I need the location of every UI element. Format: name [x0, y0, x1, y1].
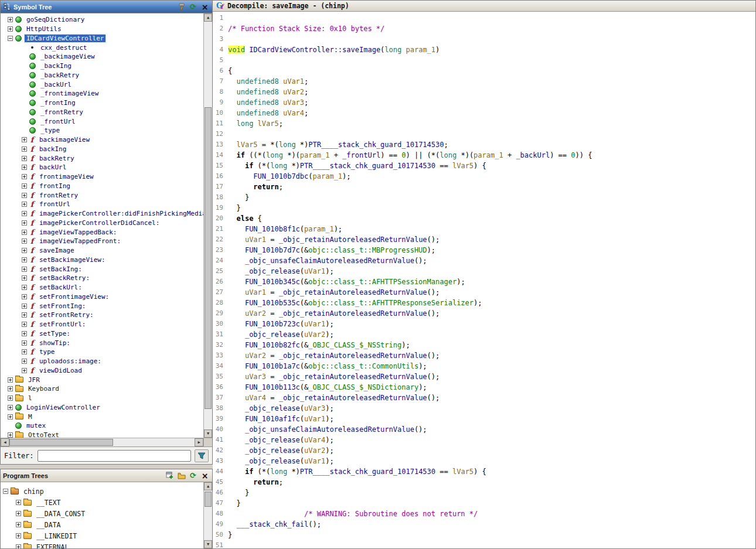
- expand-icon[interactable]: [22, 312, 27, 318]
- code-text[interactable]: ___stack_chk_fail();: [228, 519, 321, 530]
- expand-icon[interactable]: [8, 432, 13, 438]
- code-text[interactable]: _objc_release(uVar2);: [228, 329, 334, 340]
- tree-item-setbacking[interactable]: fsetBackIng:: [1, 264, 203, 274]
- code-text[interactable]: else {: [228, 213, 262, 224]
- collapse-icon[interactable]: [3, 489, 8, 494]
- tree-item-setbackurl[interactable]: fsetBackUrl:: [1, 283, 203, 292]
- tree-item-chinp[interactable]: chinp: [1, 486, 203, 497]
- tree-item-fronturl[interactable]: _frontUrl: [1, 117, 203, 126]
- expand-icon[interactable]: [22, 238, 27, 244]
- expand-icon[interactable]: [8, 386, 13, 391]
- symbol-tree-vscrollbar[interactable]: ▲ ▼: [203, 13, 212, 438]
- scroll-up-icon[interactable]: ▲: [204, 482, 212, 490]
- code-text[interactable]: uVar2 = _objc_retainAutoreleasedReturnVa…: [228, 308, 440, 319]
- code-text[interactable]: _objc_release(uVar4);: [228, 435, 334, 445]
- code-text[interactable]: undefined8 uVar3;: [228, 97, 308, 108]
- close-icon[interactable]: ×: [200, 2, 210, 12]
- tree-item-linkedit[interactable]: __LINKEDIT: [1, 530, 203, 541]
- refresh-icon[interactable]: ⟳: [188, 471, 198, 480]
- code-text[interactable]: uVar1 = _objc_retainAutoreleasedReturnVa…: [228, 287, 440, 298]
- tree-item-backimageview[interactable]: _backimageView: [1, 52, 203, 62]
- code-text[interactable]: lVar5 = *(long *)PTR____stack_chk_guard_…: [228, 139, 448, 150]
- expand-icon[interactable]: [8, 26, 13, 32]
- expand-icon[interactable]: [8, 17, 13, 22]
- symbol-tree-hscrollbar[interactable]: ◀ ▶: [1, 438, 212, 446]
- expand-icon[interactable]: [22, 165, 27, 170]
- expand-icon[interactable]: [22, 183, 27, 189]
- code-text[interactable]: FUN_1010b82fc(&_OBJC_CLASS_$_NSString);: [228, 340, 410, 350]
- code-text[interactable]: FUN_1010b345c(&objc::class_t::AFHTTPSess…: [228, 277, 465, 287]
- tree-item-showtip[interactable]: fshowTip:: [1, 338, 203, 347]
- tree-item-data[interactable]: __DATA: [1, 519, 203, 530]
- tree-item-type[interactable]: ftype: [1, 347, 203, 357]
- expand-icon[interactable]: [22, 294, 27, 299]
- tree-item-frontretry[interactable]: ffrontRetry: [1, 190, 203, 200]
- expand-icon[interactable]: [22, 230, 27, 235]
- scrollbar-thumb[interactable]: [9, 439, 113, 446]
- code-text[interactable]: if (*(long *)PTR____stack_chk_guard_1017…: [228, 161, 486, 171]
- code-text[interactable]: FUN_1010b113c(&_OBJC_CLASS_$_NSDictionar…: [228, 382, 427, 393]
- tree-item-setfrontretry[interactable]: fsetFrontRetry:: [1, 311, 203, 320]
- scrollbar-thumb[interactable]: [205, 492, 212, 507]
- tree-item-backing[interactable]: _backIng: [1, 62, 203, 71]
- tree-item-ottotext[interactable]: OttoText: [1, 431, 203, 438]
- tree-item-setbackretry[interactable]: fsetBackRetry:: [1, 274, 203, 283]
- expand-icon[interactable]: [8, 414, 13, 420]
- scroll-up-icon[interactable]: ▲: [204, 13, 212, 22]
- tree-item-external[interactable]: EXTERNAL: [1, 541, 203, 548]
- program-tree-vscrollbar[interactable]: ▲ ▼: [203, 482, 212, 548]
- close-icon[interactable]: ×: [200, 471, 210, 480]
- code-text[interactable]: }: [228, 192, 249, 203]
- code-text[interactable]: }: [228, 498, 241, 509]
- code-text[interactable]: FUN_1010b723c(uVar1);: [228, 319, 334, 329]
- tree-item-setfronting[interactable]: fsetFrontIng:: [1, 301, 203, 311]
- tree-item-saveimage[interactable]: fsaveImage: [1, 246, 203, 255]
- scroll-down-icon[interactable]: ▼: [204, 540, 212, 548]
- code-text[interactable]: }: [228, 203, 241, 213]
- expand-icon[interactable]: [22, 137, 27, 142]
- tree-item-type[interactable]: _type: [1, 126, 203, 135]
- expand-icon[interactable]: [22, 202, 27, 207]
- expand-icon[interactable]: [8, 405, 13, 410]
- expand-icon[interactable]: [16, 544, 21, 548]
- tree-item-loginviewcontroller[interactable]: LoginViewController: [1, 403, 203, 412]
- expand-icon[interactable]: [16, 533, 21, 538]
- code-text[interactable]: uVar4 = _objc_retainAutoreleasedReturnVa…: [228, 393, 440, 403]
- code-text[interactable]: _objc_release(uVar1);: [228, 266, 334, 277]
- expand-icon[interactable]: [22, 331, 27, 336]
- expand-icon[interactable]: [22, 275, 27, 281]
- code-text[interactable]: if (*(long *)PTR____stack_chk_guard_1017…: [228, 466, 486, 477]
- code-text[interactable]: uVar1 = _objc_retainAutoreleasedReturnVa…: [228, 234, 440, 245]
- filter-options-button[interactable]: [195, 449, 209, 462]
- expand-icon[interactable]: [22, 156, 27, 161]
- expand-icon[interactable]: [22, 174, 27, 179]
- code-text[interactable]: _objc_unsafeClaimAutoreleasedReturnValue…: [228, 424, 427, 435]
- expand-icon[interactable]: [22, 267, 27, 272]
- expand-icon[interactable]: [22, 359, 27, 364]
- code-text[interactable]: _objc_release(uVar2);: [228, 445, 334, 456]
- code-text[interactable]: FUN_1010b8f1c(param_1);: [228, 224, 342, 234]
- scrollbar-track[interactable]: [204, 490, 212, 540]
- expand-icon[interactable]: [22, 146, 27, 152]
- tree-item-setfronturl[interactable]: fsetFrontUrl:: [1, 320, 203, 329]
- expand-icon[interactable]: [22, 304, 27, 309]
- code-text[interactable]: undefined8 uVar2;: [228, 87, 308, 97]
- code-text[interactable]: long lVar5;: [228, 118, 283, 129]
- tree-item-imageviewtappedback[interactable]: fimageViewTappedBack:: [1, 227, 203, 237]
- expand-icon[interactable]: [8, 377, 13, 383]
- code-text[interactable]: FUN_1010b1a7c(&objc::class_t::CommonUtil…: [228, 361, 427, 371]
- code-text[interactable]: FUN_1010b535c(&objc::class_t::AFHTTPResp…: [228, 298, 482, 308]
- tree-item-idcardviewcontroller[interactable]: IDCardViewController: [1, 34, 203, 43]
- expand-icon[interactable]: [8, 395, 13, 401]
- code-text[interactable]: FUN_1010af1fc(uVar1);: [228, 414, 334, 424]
- collapse-icon[interactable]: [8, 36, 13, 41]
- expand-icon[interactable]: [22, 248, 27, 253]
- tree-item-imagepickercontroller-didfinishpickingmedia[interactable]: fimagePickerController:didFinishPickingM…: [1, 209, 203, 219]
- code-text[interactable]: {: [228, 66, 232, 76]
- tree-item-frontimageview[interactable]: ffrontimageView: [1, 172, 203, 182]
- tree-item-data-const[interactable]: __DATA_CONST: [1, 508, 203, 519]
- code-text[interactable]: _objc_unsafeClaimAutoreleasedReturnValue…: [228, 255, 427, 266]
- expand-icon[interactable]: [22, 368, 27, 373]
- code-text[interactable]: }: [228, 530, 232, 540]
- tree-item-backurl[interactable]: _backUrl: [1, 80, 203, 89]
